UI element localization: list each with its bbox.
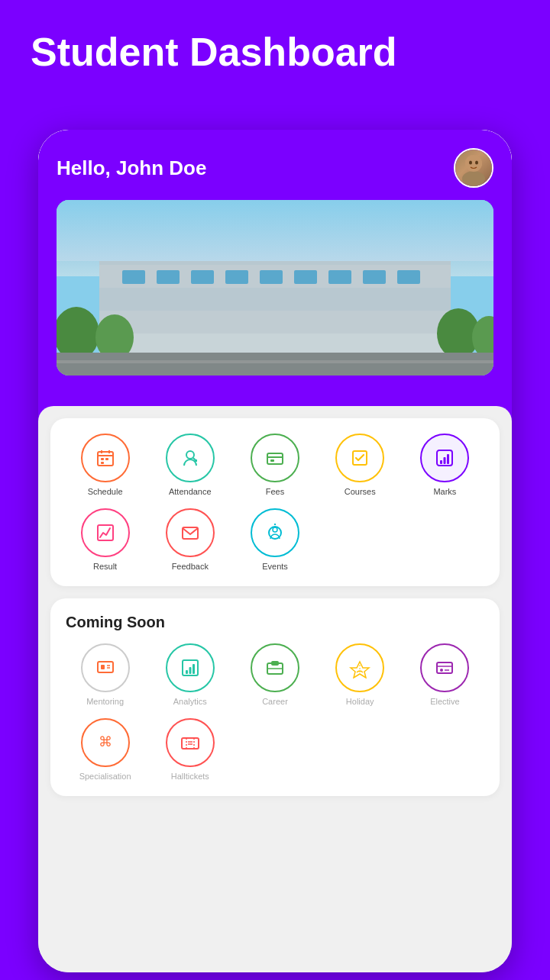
specialisation-label: Specialisation [79, 772, 131, 781]
elective-icon [420, 643, 469, 692]
svg-text:⌘: ⌘ [99, 734, 112, 750]
career-label: Career [262, 697, 288, 706]
main-content: Schedule Attendance [38, 406, 512, 820]
menu-item-events[interactable]: Events [235, 508, 314, 571]
coming-soon-specialisation: ⌘ Specialisation [66, 718, 144, 781]
coming-soon-elective: Elective [406, 643, 484, 706]
attendance-icon [166, 434, 215, 482]
svg-rect-64 [101, 665, 105, 669]
svg-rect-39 [57, 353, 493, 376]
coming-soon-halltickets: Halltickets [150, 718, 229, 781]
holiday-icon [335, 643, 384, 692]
avatar-image [455, 150, 492, 186]
coming-soon-analytics: Analytics [150, 643, 229, 706]
menu-grid-row1: Schedule Attendance [66, 434, 484, 496]
svg-point-2 [465, 155, 482, 172]
greeting-text: Hello, John Doe [57, 156, 206, 180]
marks-icon [420, 434, 469, 482]
feedback-label: Feedback [172, 562, 209, 571]
result-icon [81, 508, 130, 557]
menu-item-schedule[interactable]: Schedule [66, 434, 144, 496]
svg-rect-24 [122, 270, 145, 284]
attendance-label: Attendance [169, 487, 212, 496]
svg-point-1 [462, 171, 485, 186]
svg-point-3 [469, 161, 472, 165]
halltickets-label: Halltickets [171, 772, 209, 781]
elective-label: Elective [430, 697, 460, 706]
coming-soon-mentoring: Mentoring [66, 643, 144, 706]
events-icon [251, 508, 299, 557]
svg-rect-55 [440, 460, 442, 464]
page-title: Student Dashboard [0, 0, 550, 89]
svg-rect-75 [437, 662, 452, 673]
svg-rect-46 [105, 458, 108, 460]
svg-rect-52 [270, 459, 274, 462]
coming-soon-title: Coming Soon [66, 614, 484, 631]
feedback-icon [166, 508, 215, 557]
menu-item-attendance[interactable]: Attendance [150, 434, 229, 496]
svg-rect-32 [397, 270, 420, 284]
svg-rect-68 [186, 670, 188, 674]
svg-rect-28 [260, 270, 283, 284]
analytics-label: Analytics [173, 697, 207, 706]
courses-icon [335, 434, 384, 482]
campus-image: MILAN [57, 200, 493, 376]
svg-rect-13 [99, 288, 451, 311]
svg-rect-80 [182, 738, 199, 749]
coming-soon-row1: Mentoring Analytics [66, 643, 484, 706]
fees-icon [251, 434, 299, 482]
fees-label: Fees [266, 487, 284, 496]
analytics-icon [166, 643, 215, 692]
svg-rect-26 [191, 270, 214, 284]
svg-rect-27 [225, 270, 248, 284]
holiday-label: Holiday [346, 697, 374, 706]
svg-rect-47 [101, 462, 104, 464]
mentoring-label: Mentoring [86, 697, 124, 706]
header-section: Hello, John Doe [38, 130, 512, 421]
coming-soon-card: Coming Soon Mentoring [50, 598, 500, 796]
svg-rect-57 [447, 454, 449, 464]
courses-label: Courses [345, 487, 376, 496]
career-icon [251, 643, 299, 692]
result-label: Result [93, 562, 117, 571]
coming-soon-row2: ⌘ Specialisation [66, 718, 484, 781]
svg-rect-30 [328, 270, 351, 284]
menu-item-marks[interactable]: Marks [406, 434, 484, 496]
svg-rect-70 [192, 664, 195, 674]
svg-point-48 [186, 451, 194, 459]
events-label: Events [262, 562, 288, 571]
schedule-icon [81, 434, 130, 482]
mentoring-icon [81, 643, 130, 692]
svg-rect-29 [294, 270, 317, 284]
svg-rect-25 [157, 270, 180, 284]
svg-rect-56 [444, 457, 446, 464]
svg-point-77 [440, 669, 443, 672]
svg-rect-69 [189, 667, 191, 674]
marks-label: Marks [433, 487, 456, 496]
menu-item-courses[interactable]: Courses [321, 434, 400, 496]
phone-screen: Hello, John Doe [38, 130, 512, 972]
svg-point-61 [273, 527, 277, 532]
coming-soon-career: Career [235, 643, 314, 706]
svg-rect-50 [267, 453, 283, 464]
menu-grid-row2: Result Feedback [66, 508, 484, 571]
menu-item-feedback[interactable]: Feedback [150, 508, 229, 571]
phone-frame: Hello, John Doe [38, 130, 512, 972]
svg-rect-45 [101, 458, 104, 460]
svg-point-4 [475, 161, 478, 165]
svg-rect-58 [98, 525, 113, 540]
svg-rect-63 [98, 662, 113, 672]
svg-rect-31 [363, 270, 386, 284]
schedule-label: Schedule [88, 487, 123, 496]
avatar[interactable] [454, 148, 493, 188]
svg-rect-40 [57, 360, 493, 363]
menu-card: Schedule Attendance [50, 418, 500, 586]
menu-item-result[interactable]: Result [66, 508, 144, 571]
halltickets-icon [166, 718, 215, 767]
specialisation-icon: ⌘ [81, 718, 130, 767]
coming-soon-holiday: Holiday [321, 643, 400, 706]
menu-item-fees[interactable]: Fees [235, 434, 314, 496]
svg-rect-14 [99, 311, 451, 334]
